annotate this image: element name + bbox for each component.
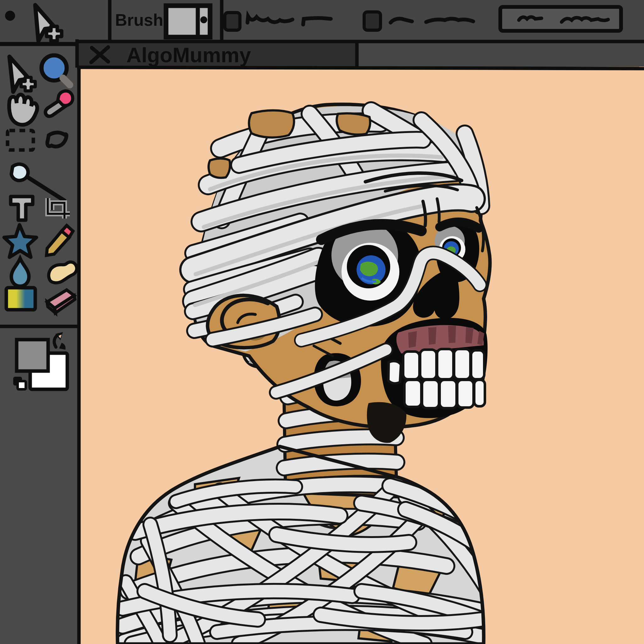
svg-text:Brush: Brush: [115, 11, 163, 29]
svg-text:AlgoMummy: AlgoMummy: [126, 43, 251, 67]
